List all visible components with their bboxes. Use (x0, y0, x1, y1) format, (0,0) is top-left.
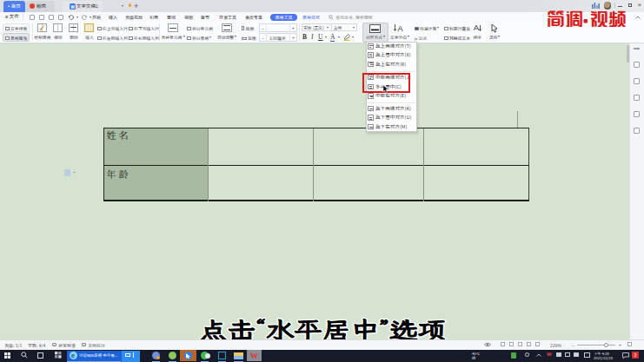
svg-text:A: A (398, 24, 403, 33)
svg-text:简调 视频: 简调 视频 (547, 10, 627, 28)
